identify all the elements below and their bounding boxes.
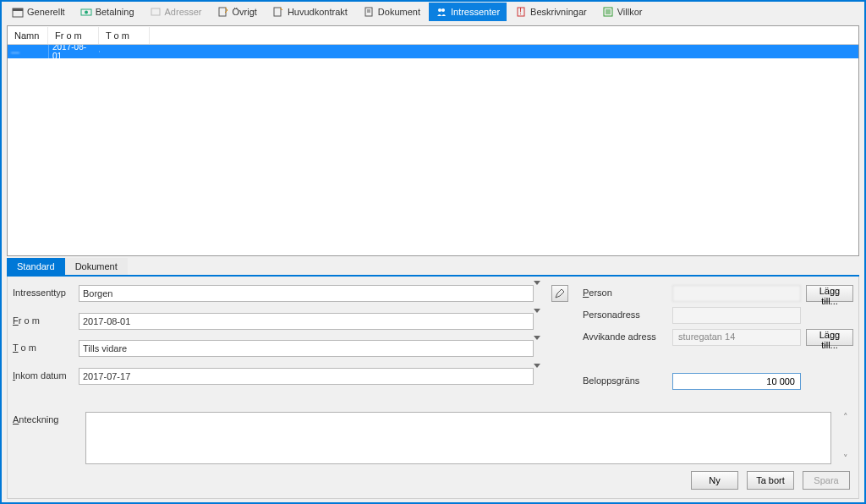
- add-person-button[interactable]: Lägg till...: [806, 285, 853, 302]
- col-tom[interactable]: T o m: [99, 27, 150, 44]
- dropdown-tom[interactable]: [534, 340, 552, 363]
- calendar-icon: [12, 6, 24, 18]
- list-icon: [602, 6, 614, 18]
- field-intressenttyp: [79, 285, 534, 302]
- tab-ovrigt[interactable]: Övrigt: [211, 3, 264, 21]
- detail-tabbar: Standard Dokument: [7, 258, 859, 277]
- notes-row: Anteckning ˄ ˅: [13, 412, 853, 464]
- subtab-dokument[interactable]: Dokument: [65, 258, 128, 275]
- tab-label: Beskrivningar: [530, 7, 587, 17]
- info-icon: !: [515, 6, 527, 18]
- edit-icon: [217, 6, 229, 18]
- dropdown-from[interactable]: [534, 313, 552, 336]
- form-rows: Intressenttyp Fr o m T o m: [13, 285, 853, 390]
- add-address-button[interactable]: Lägg till...: [806, 329, 853, 346]
- tab-label: Betalning: [96, 7, 134, 17]
- dropdown-intressenttyp[interactable]: [534, 285, 552, 308]
- col-namn[interactable]: Namn: [8, 27, 48, 44]
- save-button[interactable]: Spara: [803, 471, 850, 490]
- form-right: Person Lägg till... Personadress Avvikan…: [571, 285, 853, 390]
- input-from[interactable]: [79, 313, 534, 330]
- tab-huvudkontrakt[interactable]: Huvudkontrakt: [266, 3, 354, 21]
- tab-intressenter[interactable]: Intressenter: [429, 3, 507, 21]
- svg-rect-5: [219, 8, 226, 16]
- label-from: Fr o m: [13, 313, 79, 336]
- field-avvikande: sturegatan 14: [672, 329, 801, 346]
- svg-point-10: [438, 8, 441, 12]
- address-icon: [150, 6, 162, 18]
- subtab-standard[interactable]: Standard: [7, 258, 65, 275]
- field-from: [79, 313, 534, 330]
- tab-label: Villkor: [617, 7, 643, 17]
- chevron-down-icon: [534, 309, 540, 323]
- stakeholder-grid: Namn Fr o m T o m — 2017-08-01: [7, 25, 859, 256]
- field-person: [672, 285, 801, 302]
- delete-button[interactable]: Ta bort: [747, 471, 794, 490]
- input-tom[interactable]: [79, 340, 534, 357]
- label-personadress: Personadress: [583, 307, 667, 324]
- pencil-icon: [555, 288, 565, 299]
- chevron-down-icon: [534, 281, 540, 295]
- field-personadress: [672, 307, 801, 324]
- label-inkom: Inkom datum: [13, 368, 79, 391]
- label-tom: T o m: [13, 340, 79, 363]
- form-left: Intressenttyp Fr o m T o m: [13, 285, 571, 390]
- svg-text:!: !: [519, 6, 522, 16]
- chevron-down-icon: [534, 336, 540, 350]
- tab-label: Generellt: [27, 7, 65, 17]
- col-from[interactable]: Fr o m: [48, 27, 99, 44]
- document-icon: [363, 6, 375, 18]
- label-intressenttyp: Intressenttyp: [13, 285, 79, 308]
- tab-label: Adresser: [165, 7, 202, 17]
- tab-label: Dokument: [378, 7, 420, 17]
- contract-icon: [272, 6, 284, 18]
- tab-label: Övrigt: [233, 7, 257, 17]
- tab-dokument[interactable]: Dokument: [356, 3, 427, 21]
- dropdown-inkom[interactable]: [534, 368, 552, 391]
- cell-tom: [99, 51, 150, 52]
- tab-villkor[interactable]: Villkor: [595, 3, 650, 21]
- svg-rect-4: [151, 8, 160, 15]
- cash-icon: [80, 6, 92, 18]
- grid-body[interactable]: — 2017-08-01: [8, 45, 858, 255]
- chevron-down-icon: [534, 364, 540, 378]
- input-inkom[interactable]: [79, 368, 534, 385]
- main-tabbar: Generellt Betalning Adresser Övrigt Huvu…: [2, 2, 864, 22]
- tab-generellt[interactable]: Generellt: [5, 3, 72, 21]
- tab-betalning[interactable]: Betalning: [74, 3, 141, 21]
- window: Generellt Betalning Adresser Övrigt Huvu…: [0, 0, 866, 504]
- svg-rect-6: [274, 8, 281, 16]
- scroll-up-icon[interactable]: ˄: [843, 412, 848, 423]
- textarea-scroll: ˄ ˅: [838, 412, 853, 464]
- input-anteckning[interactable]: [85, 412, 831, 464]
- tab-label: Intressenter: [451, 7, 500, 17]
- svg-point-3: [85, 11, 88, 14]
- input-intressenttyp[interactable]: [79, 285, 534, 302]
- scroll-down-icon[interactable]: ˅: [843, 453, 848, 464]
- button-bar: Ny Ta bort Spara: [13, 464, 853, 493]
- input-beloppsgrans[interactable]: [672, 373, 801, 390]
- tab-label: Huvudkontrakt: [288, 7, 348, 17]
- people-icon: [436, 6, 447, 18]
- tab-adresser[interactable]: Adresser: [143, 3, 209, 21]
- field-inkom: [79, 368, 534, 385]
- svg-rect-1: [13, 8, 23, 11]
- grid-header: Namn Fr o m T o m: [8, 26, 858, 45]
- table-row[interactable]: — 2017-08-01: [8, 45, 858, 58]
- label-person: Person: [583, 285, 667, 302]
- cell-from: 2017-08-01: [48, 45, 99, 62]
- svg-point-11: [441, 8, 445, 12]
- label-avvikande: Avvikande adress: [583, 329, 667, 346]
- field-tom: [79, 340, 534, 357]
- tab-beskrivningar[interactable]: ! Beskrivningar: [508, 3, 594, 21]
- label-anteckning: Anteckning: [13, 412, 79, 464]
- detail-panel: Intressenttyp Fr o m T o m: [7, 277, 859, 499]
- cell-namn: —: [8, 47, 48, 58]
- new-button[interactable]: Ny: [691, 471, 738, 490]
- edit-intressenttyp-button[interactable]: [551, 285, 568, 302]
- label-beloppsgrans: Beloppsgräns: [583, 373, 667, 390]
